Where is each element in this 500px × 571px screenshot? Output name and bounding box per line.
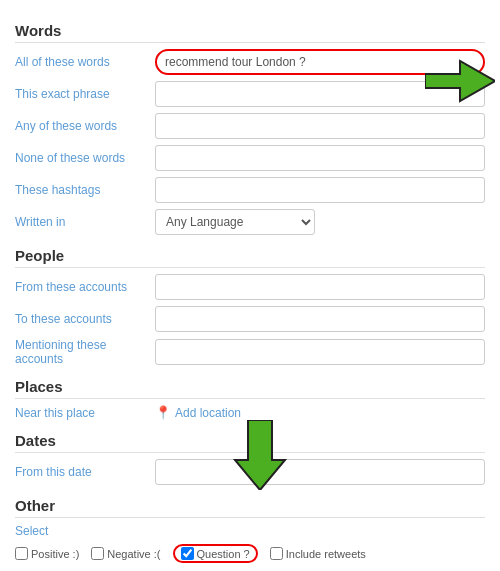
negative-label: Negative :( [107, 548, 160, 560]
mentioning-label: Mentioning these accounts [15, 338, 155, 366]
negative-checkbox-label[interactable]: Negative :( [91, 547, 160, 560]
other-row: Select Positive :) Negative :( Question … [15, 524, 485, 563]
from-accounts-row: From these accounts [15, 274, 485, 300]
other-title: Other [15, 497, 485, 518]
to-accounts-input[interactable] [155, 306, 485, 332]
places-section: Places Near this place 📍 Add location [15, 378, 485, 420]
positive-checkbox-label[interactable]: Positive :) [15, 547, 79, 560]
hashtags-label: These hashtags [15, 183, 155, 197]
written-in-row: Written in Any Language English Spanish … [15, 209, 485, 235]
to-accounts-label: To these accounts [15, 312, 155, 326]
question-checkbox[interactable] [181, 547, 194, 560]
positive-label: Positive :) [31, 548, 79, 560]
written-in-select[interactable]: Any Language English Spanish French Germ… [155, 209, 315, 235]
add-location-label: Add location [175, 406, 241, 420]
any-words-input[interactable] [155, 113, 485, 139]
any-words-row: Any of these words [15, 113, 485, 139]
people-section: People From these accounts To these acco… [15, 247, 485, 366]
to-accounts-row: To these accounts [15, 306, 485, 332]
svg-marker-1 [235, 420, 285, 490]
words-title: Words [15, 22, 485, 43]
any-words-label: Any of these words [15, 119, 155, 133]
mentioning-input[interactable] [155, 339, 485, 365]
hashtags-row: These hashtags [15, 177, 485, 203]
from-accounts-input[interactable] [155, 274, 485, 300]
retweets-checkbox-label[interactable]: Include retweets [270, 547, 366, 560]
add-location-button[interactable]: 📍 Add location [155, 405, 241, 420]
select-label: Select [15, 524, 155, 538]
other-section: Other Select Positive :) Negative :( Que… [15, 497, 485, 563]
hashtags-input[interactable] [155, 177, 485, 203]
negative-checkbox[interactable] [91, 547, 104, 560]
from-accounts-label: From these accounts [15, 280, 155, 294]
all-words-label: All of these words [15, 55, 155, 69]
arrow-down-icon [230, 420, 290, 490]
pin-icon: 📍 [155, 405, 171, 420]
retweets-checkbox[interactable] [270, 547, 283, 560]
none-words-label: None of these words [15, 151, 155, 165]
none-words-row: None of these words [15, 145, 485, 171]
checkbox-group: Positive :) Negative :( Question ? Inclu… [15, 544, 366, 563]
exact-phrase-label: This exact phrase [15, 87, 155, 101]
near-place-label: Near this place [15, 406, 155, 420]
question-checkbox-label[interactable]: Question ? [173, 544, 258, 563]
from-date-label: From this date [15, 465, 155, 479]
written-in-label: Written in [15, 215, 155, 229]
mentioning-row: Mentioning these accounts [15, 338, 485, 366]
retweets-label: Include retweets [286, 548, 366, 560]
positive-checkbox[interactable] [15, 547, 28, 560]
people-title: People [15, 247, 485, 268]
places-title: Places [15, 378, 485, 399]
svg-marker-0 [425, 61, 495, 101]
all-words-row: All of these words [15, 49, 485, 75]
near-place-row: Near this place 📍 Add location [15, 405, 485, 420]
none-words-input[interactable] [155, 145, 485, 171]
arrow-right-icon [425, 56, 495, 106]
from-date-input[interactable] [155, 459, 485, 485]
question-label: Question ? [197, 548, 250, 560]
exact-phrase-row: This exact phrase [15, 81, 485, 107]
words-section: Words All of these words This exact phra… [15, 22, 485, 235]
